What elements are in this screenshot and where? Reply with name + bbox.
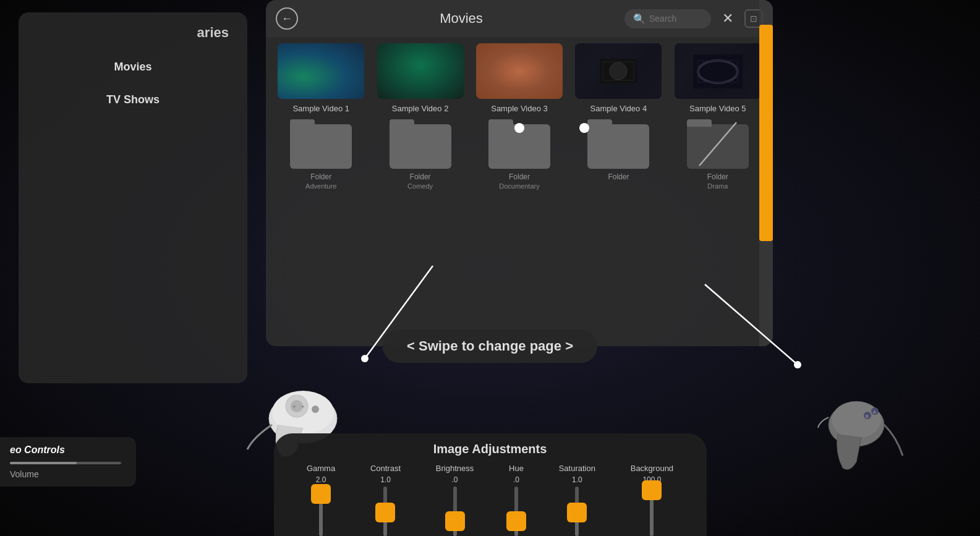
- adjustments-title: Image Adjustments: [292, 442, 688, 456]
- svg-text:+: +: [301, 404, 304, 410]
- volume-bar-fill: [10, 462, 77, 464]
- sidebar-panel: aries Movies TV Shows: [19, 12, 247, 383]
- video-controls-label: eo Controls: [10, 445, 126, 456]
- hue-track[interactable]: [514, 487, 518, 536]
- video-item-4[interactable]: Sample Video 4: [573, 43, 663, 113]
- folder-sublabel-1: Adventure: [305, 182, 336, 190]
- slider-background: Background 100.0: [631, 464, 673, 536]
- hue-thumb[interactable]: [506, 511, 526, 531]
- search-input[interactable]: [649, 14, 699, 23]
- folder-sublabel-3: Documentary: [499, 182, 539, 190]
- video-grid: Sample Video 1 Sample Video 2 Sample Vid…: [266, 37, 773, 119]
- folder-label-5: Folder: [707, 172, 728, 181]
- folder-label-1: Folder: [310, 172, 331, 181]
- folder-item-1[interactable]: Folder Adventure: [276, 119, 366, 190]
- brightness-value: .0: [452, 475, 458, 484]
- video-label-5: Sample Video 5: [689, 104, 746, 113]
- browser-header: ← Movies 🔍 ✕ ⊡: [266, 0, 773, 37]
- folder-item-4[interactable]: Folder: [573, 119, 663, 190]
- folder-label-3: Folder: [509, 172, 530, 181]
- search-box[interactable]: 🔍: [624, 9, 711, 28]
- video-label-4: Sample Video 4: [590, 104, 647, 113]
- slider-brightness: Brightness .0: [436, 464, 474, 536]
- brightness-track[interactable]: [453, 487, 457, 536]
- video-item-2[interactable]: Sample Video 2: [375, 43, 465, 113]
- scrollbar-thumb[interactable]: [759, 25, 773, 241]
- volume-bar[interactable]: [10, 462, 121, 464]
- back-button[interactable]: ←: [276, 7, 298, 30]
- sliders-row: Gamma 2.0 Contrast 1.0 Brightness .0: [292, 464, 688, 536]
- svg-point-21: [832, 401, 881, 438]
- svg-line-12: [699, 122, 736, 166]
- gamma-thumb[interactable]: [311, 484, 331, 504]
- folder-label-2: Folder: [410, 172, 431, 181]
- contrast-track[interactable]: [383, 487, 387, 536]
- hue-value: .0: [513, 475, 519, 484]
- svg-text:A: A: [873, 410, 876, 414]
- folder-icon-4: [587, 119, 649, 169]
- folder-icon-3: [488, 119, 550, 169]
- video-thumbnail-5: [675, 43, 761, 99]
- saturation-track[interactable]: [575, 487, 579, 536]
- video-thumbnail-1: [278, 43, 364, 99]
- brightness-thumb[interactable]: [445, 511, 465, 531]
- saturation-value: 1.0: [572, 475, 582, 484]
- video-item-5[interactable]: Sample Video 5: [673, 43, 763, 113]
- folder-grid: Folder Adventure Folder Comedy Folder Do…: [266, 119, 773, 196]
- brightness-label: Brightness: [436, 464, 474, 473]
- folder-sublabel-5: Drama: [707, 182, 728, 190]
- svg-text:B: B: [866, 414, 869, 419]
- background-label: Background: [631, 464, 673, 473]
- slider-gamma: Gamma 2.0: [307, 464, 335, 536]
- close-button[interactable]: ✕: [718, 11, 737, 27]
- folder-item-3[interactable]: Folder Documentary: [474, 119, 565, 190]
- video-label-1: Sample Video 1: [292, 104, 349, 113]
- sidebar-item-tv-shows[interactable]: TV Shows: [31, 86, 235, 114]
- gamma-value: 2.0: [316, 475, 326, 484]
- gamma-fill: [319, 504, 323, 536]
- sidebar-partial-title: aries: [31, 25, 235, 41]
- video-label-3: Sample Video 3: [491, 104, 548, 113]
- folder-icon-5: [687, 119, 749, 169]
- controller-right: B A: [795, 363, 918, 499]
- video-label-2: Sample Video 2: [392, 104, 449, 113]
- contrast-thumb[interactable]: [375, 503, 395, 522]
- saturation-label: Saturation: [559, 464, 595, 473]
- folder-item-5[interactable]: Folder Drama: [673, 119, 763, 190]
- background-thumb[interactable]: [642, 480, 662, 500]
- video-thumbnail-2: [377, 43, 464, 99]
- sidebar-item-movies[interactable]: Movies: [31, 53, 235, 81]
- video-controls-panel: eo Controls Volume: [0, 437, 136, 487]
- video-thumbnail-3: [476, 43, 563, 99]
- search-icon: 🔍: [633, 13, 646, 25]
- hue-label: Hue: [509, 464, 524, 473]
- background-fill: [650, 496, 654, 536]
- main-browser: ← Movies 🔍 ✕ ⊡ Sample Video 1 Sample Vid…: [266, 0, 773, 346]
- gamma-track[interactable]: [319, 487, 323, 536]
- saturation-thumb[interactable]: [567, 503, 587, 522]
- folder-item-2[interactable]: Folder Comedy: [375, 119, 465, 190]
- gamma-label: Gamma: [307, 464, 335, 473]
- video-thumbnail-4: [575, 43, 662, 99]
- contrast-label: Contrast: [370, 464, 401, 473]
- volume-label: Volume: [10, 469, 126, 479]
- folder-icon-2: [390, 119, 451, 169]
- slider-contrast: Contrast 1.0: [370, 464, 401, 536]
- svg-point-7: [610, 62, 627, 80]
- browser-title: Movies: [305, 11, 617, 27]
- svg-point-17: [312, 406, 319, 413]
- video-item-1[interactable]: Sample Video 1: [276, 43, 366, 113]
- swipe-indicator: < Swipe to change page >: [382, 330, 598, 363]
- folder-sublabel-2: Comedy: [407, 182, 433, 190]
- slider-saturation: Saturation 1.0: [559, 464, 595, 536]
- folder-icon-1: [290, 119, 352, 169]
- svg-text:+: +: [292, 404, 296, 410]
- slider-hue: Hue .0: [509, 464, 524, 536]
- scrollbar[interactable]: [759, 0, 773, 346]
- background-track[interactable]: [650, 487, 654, 536]
- contrast-value: 1.0: [380, 475, 391, 484]
- swipe-indicator-text: < Swipe to change page >: [407, 338, 573, 354]
- video-item-3[interactable]: Sample Video 3: [474, 43, 565, 113]
- folder-label-4: Folder: [608, 172, 629, 181]
- image-adjustments-panel: Image Adjustments Gamma 2.0 Contrast 1.0…: [274, 433, 707, 536]
